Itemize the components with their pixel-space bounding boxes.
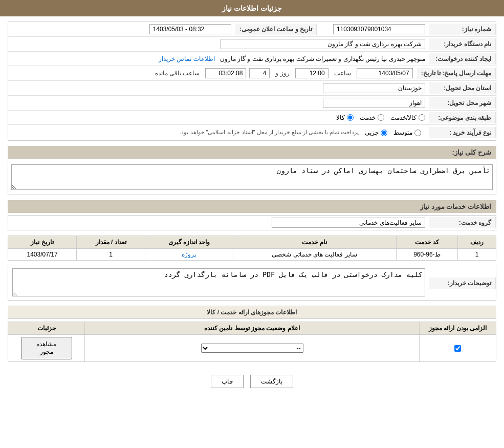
announcement-date-label: تاریخ و ساعت اعلان عمومی: xyxy=(235,24,317,35)
radio-jozvi-input[interactable] xyxy=(381,130,387,136)
th-service-code: کد خدمت xyxy=(396,236,458,249)
purchase-type-label: نوع فرآیند خرید : xyxy=(429,127,496,138)
need-number-input[interactable] xyxy=(333,24,425,34)
th-quantity: تعداد / مقدار xyxy=(77,236,145,249)
quantity: 1 xyxy=(77,249,145,261)
permit-status-cell: -- xyxy=(85,335,420,362)
main-content: شماره نیاز: تاریخ و ساعت اعلان عمومی: نا… xyxy=(0,16,504,401)
services-section-title: اطلاعات خدمات مورد نیاز xyxy=(8,200,496,213)
category-value: کالا/خدمت خدمت کالا xyxy=(8,112,429,123)
created-by-label: ایجاد کننده درخواست: xyxy=(429,53,496,65)
footer-buttons: بازگشت چاپ xyxy=(8,367,496,396)
permit-table-wrapper: الزامی بودن ارائه مجوز اعلام وضعیت مجوز … xyxy=(8,322,496,362)
purchase-type-note: پرداخت تمام یا بخشی از مبلغ خریدار از مح… xyxy=(180,129,359,136)
created-by-text: منوچهر حیدری نیا رئیس نگهداری و تعمیرات … xyxy=(220,55,425,62)
province-row: استان محل تحویل: xyxy=(8,81,496,96)
permit-section-title: اطلاعات مجوزهای ارائه خدمت / کالا xyxy=(8,306,496,319)
permit-required-checkbox[interactable] xyxy=(454,345,461,352)
response-date-input[interactable] xyxy=(357,68,413,78)
response-days-input[interactable] xyxy=(249,68,270,78)
buyer-org-input[interactable] xyxy=(221,39,425,49)
description-textarea[interactable] xyxy=(11,164,493,190)
radio-khedmat-input[interactable] xyxy=(378,114,384,121)
radio-khedmat-label: خدمت xyxy=(360,114,376,121)
service-group-row: گروه خدمت: xyxy=(8,216,496,230)
radio-kala-khedmat-label: کالا/خدمت xyxy=(390,114,417,121)
back-button[interactable]: بازگشت xyxy=(250,375,293,388)
th-need-date: تاریخ نیاز xyxy=(8,236,77,249)
created-by-value: منوچهر حیدری نیا رئیس نگهداری و تعمیرات … xyxy=(8,53,429,65)
buyer-org-row: نام دستگاه خریدار: xyxy=(8,37,496,52)
province-value xyxy=(8,81,429,95)
buyer-notes-section: توضیحات خریدار: xyxy=(8,266,496,301)
province-input[interactable] xyxy=(323,83,425,93)
th-permit-required: الزامی بودن ارائه مجوز xyxy=(420,322,496,335)
unit: پروژه xyxy=(145,249,233,261)
response-remaining-input xyxy=(205,68,246,78)
description-section-title: شرح کلی نیاز: xyxy=(8,146,496,159)
permit-required-cell xyxy=(420,335,496,362)
info-section: شماره نیاز: تاریخ و ساعت اعلان عمومی: نا… xyxy=(8,22,496,141)
permit-title-text: اطلاعات مجوزهای ارائه خدمت / کالا xyxy=(207,309,297,316)
th-unit: واحد اندازه گیری xyxy=(145,236,233,249)
service-name: سایر فعالیت های خدماتی شخصی xyxy=(233,249,396,261)
radio-kala-khedmat-input[interactable] xyxy=(419,114,425,121)
services-table: ردیف کد خدمت نام خدمت واحد اندازه گیری ت… xyxy=(8,236,496,261)
service-group-label: گروه خدمت: xyxy=(429,217,496,228)
city-input[interactable] xyxy=(323,98,425,108)
radio-kala-input[interactable] xyxy=(347,114,354,121)
response-time-input[interactable] xyxy=(295,68,328,78)
th-permit-supplier-status: اعلام وضعیت مجوز توسط نامین کننده xyxy=(85,322,420,335)
buyer-notes-label: توضیحات خریدار: xyxy=(429,278,496,289)
service-group-section: گروه خدمت: xyxy=(8,215,496,230)
table-row: -- مشاهده مجوز xyxy=(8,335,496,362)
buyer-notes-row: توضیحات خریدار: xyxy=(8,266,496,300)
purchase-type-value: متوسط جزیی پرداخت تمام یا بخشی از مبلغ خ… xyxy=(8,125,429,140)
buyer-notes-textarea[interactable] xyxy=(12,268,425,296)
permit-details-cell: مشاهده مجوز xyxy=(8,335,85,362)
category-label: طبقه بندی موضوعی: xyxy=(429,112,496,123)
description-section xyxy=(8,161,496,195)
province-label: استان محل تحویل: xyxy=(429,82,496,94)
response-deadline-value: ساعت روز و ساعت باقی مانده xyxy=(8,66,417,80)
radio-motavaset[interactable]: متوسط xyxy=(393,129,421,136)
city-value xyxy=(8,96,429,110)
response-day-label: روز و xyxy=(275,70,289,77)
th-service-name: نام خدمت xyxy=(233,236,396,249)
response-remaining-label: ساعت باقی مانده xyxy=(155,70,200,77)
announcement-date-value xyxy=(8,22,235,36)
radio-kala-label: کالا xyxy=(336,114,345,121)
purchase-type-row: نوع فرآیند خرید : متوسط جزیی پرداخت تمام… xyxy=(8,125,496,140)
need-number-label: شماره نیاز: xyxy=(429,24,496,35)
need-number-value xyxy=(317,22,429,36)
page-wrapper: جزئیات اطلاعات نیاز شماره نیاز: تاریخ و … xyxy=(0,0,504,448)
city-row: شهر محل تحویل: xyxy=(8,96,496,111)
radio-kala[interactable]: کالا xyxy=(336,114,354,121)
permit-status-select[interactable]: -- xyxy=(201,344,303,353)
buyer-org-value xyxy=(8,37,429,51)
services-table-wrapper: ردیف کد خدمت نام خدمت واحد اندازه گیری ت… xyxy=(8,236,496,261)
th-row-num: ردیف xyxy=(458,236,496,249)
print-button[interactable]: چاپ xyxy=(211,375,244,388)
row-num: 1 xyxy=(458,249,496,261)
buyer-org-label: نام دستگاه خریدار: xyxy=(429,38,496,50)
radio-motavaset-input[interactable] xyxy=(414,130,421,136)
radio-motavaset-label: متوسط xyxy=(393,129,412,136)
announcement-date-input[interactable] xyxy=(149,24,231,34)
service-group-input[interactable] xyxy=(272,218,425,228)
category-row: طبقه بندی موضوعی: کالا/خدمت خدمت xyxy=(8,111,496,125)
response-deadline-row: مهلت ارسال پاسخ: تا تاریخ: ساعت روز و سا… xyxy=(8,66,496,81)
radio-jozvi[interactable]: جزیی xyxy=(365,129,387,136)
need-number-row: شماره نیاز: تاریخ و ساعت اعلان عمومی: xyxy=(8,22,496,37)
service-group-value xyxy=(8,216,429,230)
radio-kala-khedmat[interactable]: کالا/خدمت xyxy=(390,114,425,121)
page-title: جزئیات اطلاعات نیاز xyxy=(0,0,504,16)
buyer-notes-value xyxy=(8,266,429,300)
contact-info-link[interactable]: اطلاعات تماس خریدار xyxy=(159,55,215,62)
response-deadline-label: مهلت ارسال پاسخ: تا تاریخ: xyxy=(417,68,496,79)
table-row: 1 ط-96-960 سایر فعالیت های خدماتی شخصی پ… xyxy=(8,249,496,261)
radio-khedmat[interactable]: خدمت xyxy=(360,114,384,121)
created-by-row: ایجاد کننده درخواست: منوچهر حیدری نیا رئ… xyxy=(8,52,496,66)
service-code: ط-96-960 xyxy=(396,249,458,261)
view-permit-button[interactable]: مشاهده مجوز xyxy=(21,337,72,359)
